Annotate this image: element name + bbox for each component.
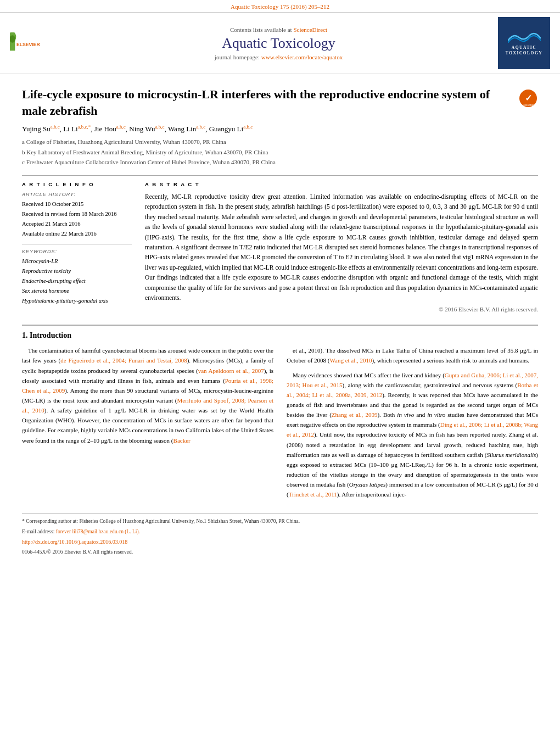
ref-link-Backer[interactable]: Backer [173,437,191,444]
intro-left-col: The contamination of harmful cyanobacter… [22,345,273,504]
doi-link[interactable]: http://dx.doi.org/10.1016/j.aquatox.2016… [22,539,127,545]
svg-text:CrossMark: CrossMark [522,103,535,107]
homepage-url[interactable]: www.elsevier.com/locate/aquatox [261,54,343,60]
footer-email-label: E-mail address: [22,529,54,534]
elsevier-logo: ELSEVIER [10,32,59,54]
kw4: Sex steroid hormone [22,286,132,296]
sciencedirect-link[interactable]: ScienceDirect [293,26,327,33]
journal-homepage: journal homepage: www.elsevier.com/locat… [59,54,498,60]
intro-left-para1: The contamination of harmful cyanobacter… [22,345,273,445]
footer-doi: http://dx.doi.org/10.1016/j.aquatox.2016… [22,538,538,546]
available-date: Available online 22 March 2016 [22,229,132,239]
affil-c: c Freshwater Aquaculture Collaborative I… [22,158,538,168]
citation-text: Aquatic Toxicology 175 (2016) 205–212 [231,3,329,10]
kw3: Endocrine-disrupting effect [22,276,132,286]
homepage-label: journal homepage: [215,54,260,60]
crossmark-badge[interactable]: ✓ CrossMark [518,88,538,108]
article-title: Life-cycle exposure to microcystin-LR in… [22,86,518,119]
ref-link-Meriluoto[interactable]: Meriluoto and Spoof, 2008; Pearson et al… [22,397,273,414]
right-col-abstract: A B S T R A C T Recently, MC-LR reproduc… [145,181,538,313]
article-footer: * Corresponding author at: Fisheries Col… [22,514,538,556]
kw2: Reproductive toxicity [22,266,132,276]
history-label: Article history: [22,192,132,197]
received-revised-date: Received in revised form 18 March 2016 [22,209,132,219]
contents-label: Contents lists available at [230,26,292,33]
article-history: Article history: Received 10 October 201… [22,192,132,238]
footer-email-link[interactable]: forever lili78@mail.hzau.edu.cn (L. Li). [56,529,140,534]
ref-link-Zhang2009[interactable]: Zhang et al., 2009 [332,411,378,418]
affil-a: a College of Fisheries, Huazhong Agricul… [22,137,538,147]
affil-b: b Key Laboratory of Freshwater Animal Br… [22,148,538,158]
page: Aquatic Toxicology 175 (2016) 205–212 EL… [0,0,560,569]
badge-text-toxicology: TOXICOLOGY [506,51,542,56]
intro-right-para1: et al., 2010). The dissolved MCs in Lake… [287,345,538,365]
ref-link-Trinchet[interactable]: Trinchet et al., 2011 [289,491,337,498]
authors: Yujing Sua,b,c, Li Lia,b,c,*, Jie Houa,b… [22,123,538,134]
svg-text:ELSEVIER: ELSEVIER [16,42,41,47]
article-info-label: A R T I C L E I N F O [22,181,132,187]
abstract-text: Recently, MC-LR reproductive toxicity dr… [145,192,538,303]
journal-header-center: Contents lists available at ScienceDirec… [59,26,498,60]
svg-text:✓: ✓ [525,93,532,103]
intro-right-col: et al., 2010). The dissolved MCs in Lake… [287,345,538,504]
kw1: Microcystin-LR [22,256,132,266]
ref-link-Wang2010[interactable]: Wang et al., 2010 [330,357,372,364]
contents-line: Contents lists available at ScienceDirec… [59,26,498,33]
accepted-date: Accepted 21 March 2016 [22,219,132,229]
journal-header: ELSEVIER Contents lists available at Sci… [0,13,560,74]
aquatic-tox-badge: AQUATIC TOXICOLOGY [498,17,550,69]
keywords-label: Keywords: [22,249,132,254]
footer-corresponding-text: * Corresponding author at: Fisheries Col… [22,518,300,524]
introduction-section: 1. Introduction The contamination of har… [22,325,538,504]
badge-wave-svg [508,31,541,43]
journal-title-large: Aquatic Toxicology [59,35,498,52]
ref-link-vanApeldoorn[interactable]: van Apeldoorn et al., 2007 [198,367,264,374]
elsevier-logo-svg: ELSEVIER [10,32,54,54]
footer-email: E-mail address: forever lili78@mail.hzau… [22,528,538,535]
footer-issn: 0166-445X/© 2016 Elsevier B.V. All right… [22,548,538,556]
ref-link-deFigueiredo[interactable]: de Figueiredo et al., 2004; Funari and T… [60,357,187,364]
badge-text-aquatic: AQUATIC [512,45,536,51]
author-yujing: Yujing Sua,b,c, Li Lia,b,c,*, Jie Houa,b… [22,125,253,133]
kw5: Hypothalamic-pituitary-gonadal axis [22,296,132,306]
main-content: Life-cycle exposure to microcystin-LR in… [0,74,560,569]
intro-body-cols: The contamination of harmful cyanobacter… [22,345,538,504]
copyright: © 2016 Elsevier B.V. All rights reserved… [145,306,538,313]
ref-link-Gupta[interactable]: Gupta and Guha, 2006; Li et al., 2007, 2… [287,372,538,388]
citation-bar: Aquatic Toxicology 175 (2016) 205–212 [0,0,560,13]
received-date: Received 10 October 2015 [22,199,132,209]
article-title-section: Life-cycle exposure to microcystin-LR in… [22,86,538,119]
intro-heading: 1. Introduction [22,331,538,340]
divider [22,244,132,244]
keywords-section: Keywords: Microcystin-LR Reproductive to… [22,249,132,305]
affiliations: a College of Fisheries, Huazhong Agricul… [22,137,538,168]
intro-right-para2: Many evidences showed that MCs affect th… [287,370,538,500]
footer-corresponding: * Corresponding author at: Fisheries Col… [22,517,538,525]
left-col-article-info: A R T I C L E I N F O Article history: R… [22,181,132,313]
article-info-abstract: A R T I C L E I N F O Article history: R… [22,175,538,313]
ref-link-Pouria[interactable]: Pouria et al., 1998; Chen et al., 2009 [22,377,273,394]
abstract-label: A B S T R A C T [145,181,538,187]
ref-link-Ding[interactable]: Ding et al., 2006; Li et al., 2008b; Wan… [287,421,538,438]
